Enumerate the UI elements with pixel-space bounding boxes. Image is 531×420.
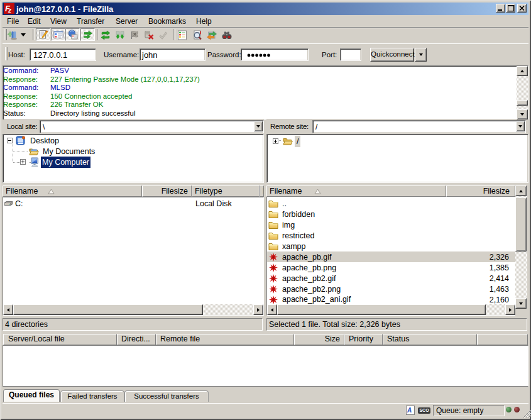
svg-text:z: z: [8, 7, 11, 14]
